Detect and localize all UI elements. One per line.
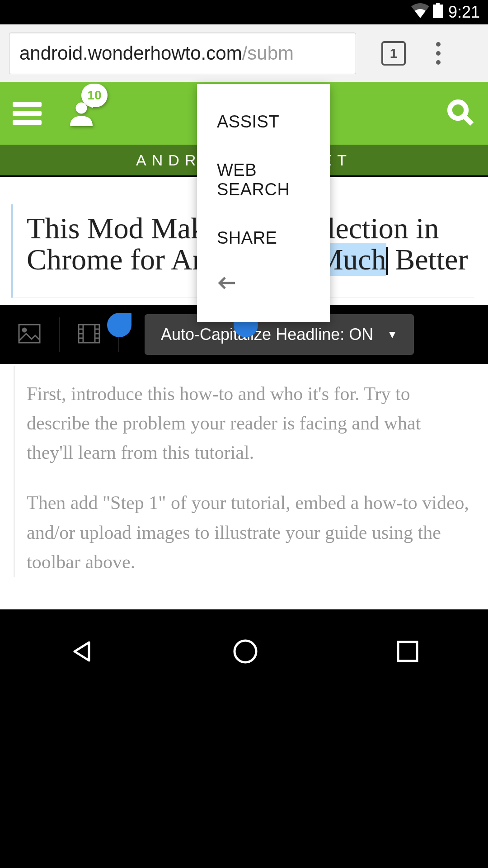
selection-handle-start[interactable] <box>107 313 131 337</box>
text-cursor <box>386 247 388 275</box>
svg-rect-1 <box>433 5 443 18</box>
back-button[interactable] <box>68 638 95 667</box>
svg-point-3 <box>450 102 466 118</box>
url-bar[interactable]: android.wonderhowto.com/subm <box>9 33 356 74</box>
android-status-bar: 9:21 <box>0 0 488 24</box>
battery-icon <box>433 3 443 22</box>
svg-point-6 <box>23 328 26 332</box>
body-placeholder[interactable]: First, introduce this how-to and who it'… <box>14 366 474 577</box>
browser-toolbar: android.wonderhowto.com/subm 1 <box>0 24 488 82</box>
hamburger-menu-button[interactable] <box>13 102 42 125</box>
svg-point-16 <box>235 641 256 662</box>
insert-image-button[interactable] <box>12 324 47 345</box>
divider <box>59 317 60 352</box>
chevron-down-icon: ▼ <box>387 328 398 341</box>
recent-apps-button[interactable] <box>395 639 420 665</box>
menu-item-share[interactable]: SHARE <box>197 214 330 262</box>
svg-line-4 <box>465 117 472 124</box>
tab-switcher-button[interactable]: 1 <box>381 41 406 66</box>
android-nav-bar <box>0 620 488 684</box>
menu-back-button[interactable] <box>197 262 330 308</box>
clock: 9:21 <box>448 3 480 22</box>
url-path: /subm <box>242 42 294 64</box>
user-icon <box>68 120 95 127</box>
insert-video-button[interactable] <box>71 324 107 345</box>
url-host: android.wonderhowto.com <box>19 42 242 64</box>
svg-rect-0 <box>436 3 440 5</box>
browser-menu-button[interactable] <box>427 40 449 67</box>
svg-rect-17 <box>398 642 417 661</box>
menu-item-web-search[interactable]: WEB SEARCH <box>197 146 330 214</box>
search-button[interactable] <box>447 99 474 127</box>
home-button[interactable] <box>232 638 259 667</box>
user-profile-button[interactable]: 10 <box>68 99 95 128</box>
menu-item-assist[interactable]: ASSIST <box>197 98 330 146</box>
wifi-icon <box>411 3 429 22</box>
text-selection-context-menu: ASSIST WEB SEARCH SHARE <box>197 84 330 322</box>
svg-point-2 <box>76 103 87 114</box>
svg-rect-5 <box>19 325 40 343</box>
